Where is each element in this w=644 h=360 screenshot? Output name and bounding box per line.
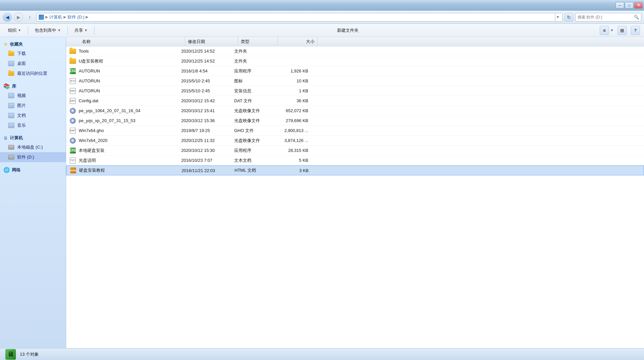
sidebar-item-document[interactable]: 文档 [0, 111, 66, 120]
table-row[interactable]: DAT Win7x64.gho 2019/9/7 19:25 GHO 文件 2,… [66, 126, 644, 136]
breadcrumb-computer-icon [39, 15, 44, 20]
col-header-name[interactable]: 名称 [79, 37, 185, 46]
downloads-icon [8, 50, 15, 57]
file-type: 光盘映像文件 [234, 108, 274, 114]
col-header-type[interactable]: 类型 [238, 37, 278, 46]
file-icon [69, 47, 77, 55]
col-header-date[interactable]: 修改日期 [185, 37, 238, 46]
statusbar-icon: 🖥 [5, 349, 16, 360]
file-type: DAT 文件 [234, 98, 274, 104]
sidebar-item-desktop[interactable]: 桌面 [0, 59, 66, 68]
file-date: 2016/1/8 4:54 [181, 68, 234, 73]
file-name: pe_yqs_xp_20_07_31_15_53 [79, 118, 181, 123]
file-name: U盘安装教程 [79, 58, 181, 64]
preview-icon: ⊞ [620, 28, 624, 33]
file-icon [69, 117, 77, 125]
titlebar-buttons: ─ □ ✕ [616, 2, 643, 9]
network-icon: 🌐 [3, 167, 10, 173]
sidebar-item-music[interactable]: 音乐 [0, 120, 66, 130]
table-row[interactable]: Tools 2020/12/25 14:52 文件夹 [66, 46, 644, 56]
file-size: 28,315 KB [274, 148, 314, 153]
include-library-button[interactable]: 包含到库中 ▼ [31, 25, 65, 36]
sidebar-item-drive-c[interactable]: 本地磁盘 (C:) [0, 142, 66, 152]
file-name: Config.dat [79, 98, 181, 103]
search-icon: 🔍 [634, 15, 639, 20]
help-button[interactable]: ? [631, 26, 640, 35]
file-type: 应用程序 [234, 148, 274, 154]
breadcrumb-drive[interactable]: 软件 (D:) [67, 14, 84, 20]
view-dropdown-arrow[interactable]: ▼ [610, 28, 614, 32]
recent-icon [8, 70, 15, 77]
recent-label: 最近访问的位置 [17, 70, 47, 76]
table-row[interactable]: DAT AUTORUN 2015/5/10 2:45 安装信息 1 KB [66, 86, 644, 96]
music-icon [8, 122, 15, 129]
close-button[interactable]: ✕ [634, 2, 643, 9]
network-header[interactable]: 🌐 网络 [0, 165, 66, 174]
sidebar-item-image[interactable]: 图片 [0, 101, 66, 111]
file-type: 安装信息 [234, 88, 274, 94]
file-icon [69, 107, 77, 115]
table-row[interactable]: ICO AUTORUN 2015/5/10 2:45 图标 10 KB [66, 76, 644, 86]
file-type: 光盘映像文件 [234, 138, 274, 144]
view-icon: ≡ [603, 28, 606, 33]
breadcrumb-computer[interactable]: 计算机 [49, 14, 62, 20]
table-row[interactable]: TXT 光盘说明 2016/10/23 7:07 文本文档 5 KB [66, 156, 644, 165]
file-date: 2020/10/12 15:41 [181, 108, 234, 113]
computer-header[interactable]: 🖥 计算机 [0, 134, 66, 142]
col-header-size[interactable]: 大小 [278, 37, 318, 46]
sidebar: ★ 收藏夹 下载 桌面 最近访问的位置 📚 库 [0, 37, 66, 348]
table-row[interactable]: U盘安装教程 2020/12/25 14:52 文件夹 [66, 56, 644, 66]
refresh-icon: ↻ [567, 15, 571, 20]
sidebar-item-recent[interactable]: 最近访问的位置 [0, 68, 66, 78]
downloads-label: 下载 [17, 51, 26, 57]
table-row[interactable]: pe_yqs_xp_20_07_31_15_53 2020/10/12 15:3… [66, 116, 644, 126]
maximize-button[interactable]: □ [625, 2, 633, 9]
statusbar: 🖥 13 个对象 [0, 348, 644, 360]
breadcrumb-bar: ▶ 计算机 ▶ 软件 (D:) ▶ ▼ [36, 13, 563, 22]
file-icon: EXE [69, 147, 77, 155]
minimize-button[interactable]: ─ [616, 2, 624, 9]
file-icon [69, 137, 77, 145]
new-folder-button[interactable]: 新建文件夹 [332, 25, 363, 36]
file-icon: DAT [69, 97, 77, 105]
search-input[interactable] [578, 15, 632, 20]
table-row[interactable]: Win7x64_2020 2020/12/25 11:32 光盘映像文件 3,8… [66, 136, 644, 146]
sidebar-item-drive-d[interactable]: 软件 (D:) [0, 152, 66, 162]
table-row[interactable]: pe_yqs_1064_20_07_31_16_04 2020/10/12 15… [66, 106, 644, 116]
file-icon: ICO [69, 77, 77, 85]
breadcrumb-dropdown[interactable]: ▼ [555, 13, 560, 22]
organize-button[interactable]: 组织 ▼ [4, 25, 25, 36]
file-name: pe_yqs_1064_20_07_31_16_04 [79, 108, 181, 113]
back-icon: ◀ [6, 15, 9, 20]
help-icon: ? [634, 28, 637, 33]
file-name: AUTORUN [79, 78, 181, 83]
share-arrow: ▼ [84, 28, 88, 32]
refresh-button[interactable]: ↻ [565, 13, 573, 22]
desktop-icon [8, 60, 15, 67]
file-type: 应用程序 [234, 68, 274, 74]
file-name: AUTORUN [79, 68, 181, 73]
share-button[interactable]: 共享 ▼ [70, 25, 92, 36]
sidebar-item-video[interactable]: 视频 [0, 91, 66, 101]
sidebar-item-downloads[interactable]: 下载 [0, 49, 66, 59]
library-header[interactable]: 📚 库 [0, 82, 66, 91]
table-row[interactable]: EXE 本地硬盘安装 2020/10/12 15:30 应用程序 28,315 … [66, 146, 644, 156]
file-icon: HTML [69, 166, 77, 174]
toolbar-sep1 [28, 26, 28, 34]
up-button[interactable]: ↑ [25, 13, 34, 22]
file-name: Win7x64.gho [79, 128, 181, 133]
forward-icon: ▶ [17, 15, 21, 20]
back-button[interactable]: ◀ [3, 13, 12, 22]
view-options-button[interactable]: ≡ [600, 26, 609, 35]
preview-pane-button[interactable]: ⊞ [618, 26, 627, 35]
favorites-header[interactable]: ★ 收藏夹 [0, 40, 66, 49]
video-icon [8, 92, 15, 99]
file-size: 3 KB [274, 168, 314, 173]
file-type: 文本文档 [234, 158, 274, 163]
document-icon [8, 112, 15, 119]
table-row[interactable]: DAT Config.dat 2020/10/12 15:42 DAT 文件 3… [66, 96, 644, 106]
forward-button[interactable]: ▶ [14, 13, 23, 22]
table-row[interactable]: HTML 硬盘安装教程 2016/11/21 22:03 HTML 文档 3 K… [66, 165, 644, 175]
table-row[interactable]: EXE AUTORUN 2016/1/8 4:54 应用程序 1,926 KB [66, 66, 644, 76]
document-label: 文档 [17, 112, 26, 118]
